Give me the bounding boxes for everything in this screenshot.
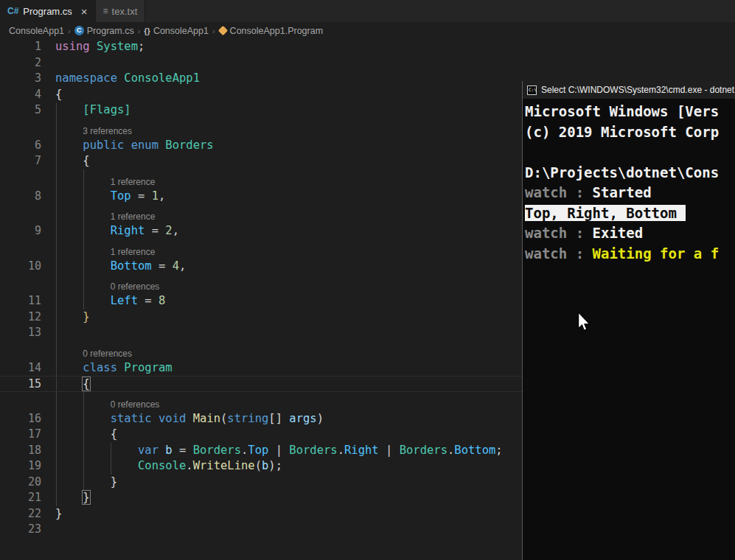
indent-guide xyxy=(83,274,84,293)
code-token: WriteLine xyxy=(193,459,255,472)
line-number[interactable]: 12 xyxy=(0,309,41,326)
line-number[interactable]: 1 xyxy=(0,39,41,55)
text-file-icon: ≡ xyxy=(103,6,108,16)
line-number[interactable]: 18 xyxy=(0,443,41,459)
code-token xyxy=(55,103,83,116)
code-line[interactable]: 1using System; xyxy=(0,39,735,55)
code-token: class xyxy=(83,361,117,374)
code-line[interactable]: 2 xyxy=(0,55,735,71)
indent-guide xyxy=(56,458,57,475)
line-number[interactable]: 11 xyxy=(0,293,41,309)
line-number[interactable]: 19 xyxy=(0,458,41,475)
code-token: namespace xyxy=(55,71,117,85)
indent-guide xyxy=(56,138,57,154)
codelens-references[interactable]: 1 reference xyxy=(111,211,156,223)
code-token: b xyxy=(262,459,268,472)
code-token xyxy=(117,71,124,85)
cmd-icon: C:\ xyxy=(527,85,537,95)
line-number[interactable]: 21 xyxy=(0,490,41,506)
code-token: Borders xyxy=(165,139,213,152)
terminal-line xyxy=(525,142,735,163)
line-number[interactable]: 14 xyxy=(0,360,41,377)
terminal-line: watch : Started xyxy=(525,183,735,203)
indent-guide xyxy=(111,458,111,475)
code-token: string xyxy=(227,412,268,425)
breadcrumb-separator: › xyxy=(137,27,142,35)
indent-guide xyxy=(83,392,84,411)
indent-guide xyxy=(56,392,57,411)
tab-label: tex.txt xyxy=(112,6,138,17)
cmd-terminal-output[interactable]: Microsoft Windows [Vers(c) 2019 Microsof… xyxy=(523,99,735,264)
code-token: 1 xyxy=(152,189,159,203)
breadcrumb-item[interactable]: ConsoleApp1 xyxy=(9,26,64,36)
cmd-window[interactable]: C:\ Select C:\WINDOWS\System32\cmd.exe -… xyxy=(522,81,735,560)
breadcrumb-item[interactable]: {}ConsoleApp1 xyxy=(144,26,209,36)
line-number[interactable]: 13 xyxy=(0,325,41,341)
tab-Program.cs[interactable]: C#Program.cs× xyxy=(0,0,96,22)
code-token: ( xyxy=(220,412,227,425)
breadcrumb-item[interactable]: CProgram.cs xyxy=(74,26,134,36)
breadcrumb-label: ConsoleApp1.Program xyxy=(230,26,323,36)
code-token: = xyxy=(144,224,165,237)
codelens-references[interactable]: 3 references xyxy=(83,125,132,138)
terminal-line: (c) 2019 Microsoft Corp xyxy=(525,122,735,143)
breadcrumb-item[interactable]: ConsoleApp1.Program xyxy=(219,26,323,36)
indent-guide xyxy=(83,293,84,309)
line-number[interactable]: 20 xyxy=(0,475,41,491)
line-number[interactable]: 3 xyxy=(0,71,41,87)
cmd-window-title: Select C:\WINDOWS\System32\cmd.exe - dot… xyxy=(541,85,734,95)
code-token: , xyxy=(159,189,165,203)
line-number[interactable]: 9 xyxy=(0,223,41,239)
code-token: b xyxy=(165,444,172,457)
line-number[interactable]: 2 xyxy=(0,55,41,71)
line-number[interactable]: 7 xyxy=(0,153,41,169)
codelens-references[interactable]: 1 reference xyxy=(111,176,156,189)
line-number[interactable]: 17 xyxy=(0,427,41,443)
code-token: Borders xyxy=(193,444,241,457)
codelens-references[interactable]: 1 reference xyxy=(111,246,156,259)
codelens-references[interactable]: 0 references xyxy=(111,399,160,411)
code-token: args xyxy=(289,412,316,425)
code-token xyxy=(55,459,138,472)
code-token xyxy=(152,412,159,425)
tab-tex.txt[interactable]: ≡tex.txt xyxy=(96,0,146,22)
indent-guide xyxy=(83,223,84,239)
code-token: } xyxy=(55,507,62,520)
close-icon[interactable]: × xyxy=(81,6,88,17)
terminal-text: Started xyxy=(593,184,652,200)
code-token: ( xyxy=(255,459,262,472)
code-token: } xyxy=(83,491,89,504)
codelens-references[interactable]: 0 references xyxy=(83,348,132,360)
line-number[interactable]: 15 xyxy=(0,377,41,393)
line-number[interactable]: 23 xyxy=(0,522,41,538)
code-token: 8 xyxy=(159,294,165,307)
line-number[interactable]: 16 xyxy=(0,411,41,427)
code-token: ); xyxy=(268,459,282,472)
indent-guide xyxy=(83,427,84,443)
code-token: var xyxy=(138,444,159,457)
code-token: } xyxy=(83,310,89,323)
code-token xyxy=(55,310,83,323)
line-number[interactable]: 8 xyxy=(0,189,41,205)
cmd-title-bar[interactable]: C:\ Select C:\WINDOWS\System32\cmd.exe -… xyxy=(523,81,735,99)
code-token: System xyxy=(97,40,138,53)
vscode-window: C#Program.cs×≡tex.txt ConsoleApp1›CProgr… xyxy=(0,0,735,560)
code-token: | xyxy=(268,444,289,457)
code-token xyxy=(186,412,192,425)
line-number[interactable]: 22 xyxy=(0,506,41,522)
code-token: Left xyxy=(111,294,138,307)
code-token: Bottom xyxy=(111,259,152,273)
code-token: = xyxy=(173,444,193,457)
terminal-line: watch : Waiting for a f xyxy=(525,244,735,265)
line-number[interactable]: 5 xyxy=(0,102,41,119)
indent-guide xyxy=(56,427,57,443)
indent-guide xyxy=(83,204,84,223)
line-number[interactable]: 6 xyxy=(0,138,41,154)
indent-guide xyxy=(56,223,57,239)
codelens-references[interactable]: 0 references xyxy=(111,281,160,293)
code-token xyxy=(117,361,124,374)
line-number[interactable]: 4 xyxy=(0,87,41,103)
code-token: { xyxy=(55,154,90,167)
terminal-text: (c) 2019 Microsoft Corp xyxy=(525,124,719,140)
line-number[interactable]: 10 xyxy=(0,259,41,275)
